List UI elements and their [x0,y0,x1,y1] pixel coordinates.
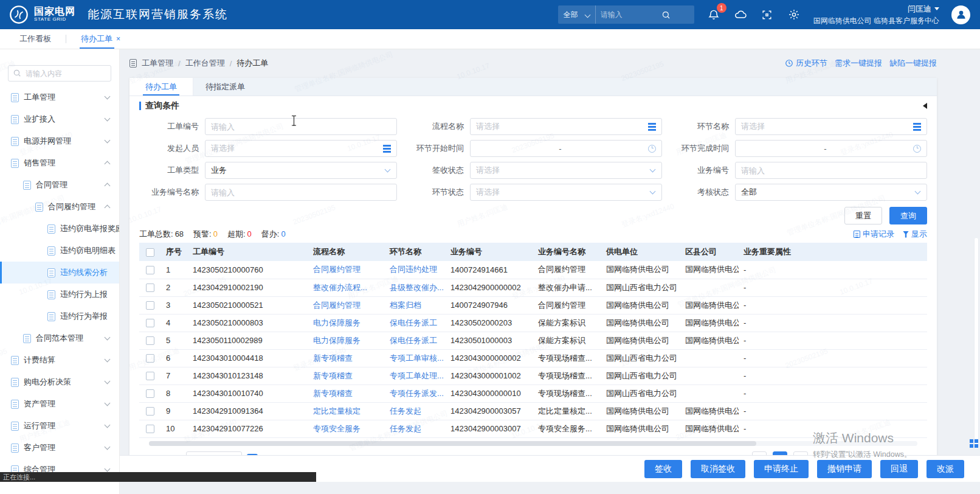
breadcrumb-item[interactable]: 工单管理 [142,58,173,69]
horizontal-scrollbar-thumb[interactable] [149,441,756,446]
order-type-select[interactable]: 业务 [205,162,397,179]
sidebar-item-违约线索分析[interactable]: 违约线索分析 [0,262,119,284]
notifications-bell-icon[interactable]: 1 [706,7,721,22]
assess-status-select[interactable]: 全部 [735,184,927,201]
biz-no-input[interactable] [735,162,927,179]
sign-button[interactable]: 签收 [644,460,682,478]
close-icon[interactable]: × [116,35,120,43]
cell-step-link[interactable]: 合同违约处理 [385,261,446,279]
global-search-input[interactable] [596,10,661,19]
order-no-input[interactable] [205,118,397,135]
cloud-icon[interactable] [733,7,748,22]
cell-process-link[interactable]: 电力保障服务 [308,314,385,332]
row-checkbox[interactable] [146,319,154,327]
vertical-scrollbar[interactable] [974,237,979,449]
sidebar-item-客户管理[interactable]: 客户管理 [0,437,119,459]
step-status-select[interactable]: 请选择 [470,184,662,201]
settings-gear-icon[interactable] [787,7,801,22]
tab-pending-dispatch[interactable]: 待指定派单 [193,78,257,96]
biz-name-input[interactable] [205,184,397,201]
sidebar-item-合同管理[interactable]: 合同管理 [0,174,119,196]
sidebar-item-合同范本管理[interactable]: 合同范本管理 [0,327,119,349]
cell-step-link[interactable]: 保电任务派工 [385,314,446,332]
sidebar-item-电源并网管理[interactable]: 电源并网管理 [0,130,119,152]
collapse-query-icon[interactable] [920,103,927,109]
cell-process-link[interactable]: 新专项稽查 [308,384,385,402]
cell-step-link[interactable]: 专项工单处理... [385,367,446,384]
sidebar-item-违约窃电明细表[interactable]: 违约窃电明细表 [0,240,119,262]
revoke-apply-button[interactable]: 撤销申请 [817,460,872,478]
cell-process-link[interactable]: 合同履约管理 [308,296,385,314]
reset-button[interactable]: 重置 [844,207,882,224]
row-checkbox[interactable] [146,284,154,292]
cell-step-link[interactable]: 专项任务派发... [385,384,446,402]
query-button[interactable]: 查询 [889,207,927,224]
sidebar-item-工单管理[interactable]: 工单管理 [0,86,119,108]
tab-work-board[interactable]: 工作看板 [17,29,53,49]
cancel-sign-button[interactable]: 取消签收 [691,460,745,478]
sidebar-item-购电分析决策[interactable]: 购电分析决策 [0,371,119,393]
defect-submit-link[interactable]: 缺陷一键提报 [889,58,937,69]
cell-step-link[interactable]: 档案归档 [385,296,446,314]
history-steps-link[interactable]: 历史环节 [785,58,827,69]
cell-step-link[interactable]: 任务发起 [385,402,446,420]
row-checkbox[interactable] [146,266,154,274]
sidebar-item-合同履约管理[interactable]: 合同履约管理 [0,196,119,218]
sign-status-select[interactable]: 请选择 [470,162,662,179]
cell-step-link[interactable]: 县级整改催办... [385,279,446,296]
apply-terminate-button[interactable]: 申请终止 [754,460,809,478]
reassign-button[interactable]: 改派 [927,460,964,478]
step-finish-time-range[interactable]: - [735,140,927,157]
sidebar-item-违约窃电举报奖励[interactable]: 违约窃电举报奖励 [0,218,119,240]
sidebar-item-销售管理[interactable]: 销售管理 [0,152,119,174]
cell-process-link[interactable]: 合同履约管理 [308,261,385,279]
row-checkbox[interactable] [146,354,154,363]
row-checkbox[interactable] [146,425,154,433]
search-scope-select[interactable]: 全部 [558,5,596,24]
order-no-input-field[interactable] [211,122,391,131]
display-filter-link[interactable]: 显示 [903,229,927,240]
cell-process-link[interactable]: 新专项稽查 [308,349,385,367]
row-checkbox[interactable] [146,389,154,398]
biz-no-input-field[interactable] [741,166,921,175]
row-checkbox[interactable] [146,301,154,310]
cell-step-link[interactable]: 保电任务派工 [385,332,446,349]
tab-pending-orders[interactable]: 待办工单 [129,78,193,96]
row-checkbox[interactable] [146,336,154,345]
list-picker-icon[interactable] [383,148,391,150]
cell-process-link[interactable]: 专项安全服务 [308,420,385,437]
row-checkbox[interactable] [146,407,154,416]
sidebar-search-input[interactable] [8,65,111,82]
cell-process-link[interactable]: 电力保障服务 [308,332,385,349]
cell-process-link[interactable]: 新专项稽查 [308,367,385,384]
process-name-picker[interactable]: 请选择 [470,118,662,135]
select-all-checkbox[interactable] [146,248,154,257]
apply-records-link[interactable]: 申请记录 [854,229,894,240]
sidebar-item-业扩接入[interactable]: 业扩接入 [0,108,119,130]
breadcrumb-item[interactable]: 工作台管理 [185,58,225,69]
avatar[interactable] [951,5,970,24]
rollback-button[interactable]: 回退 [880,460,918,478]
sidebar-item-计费结算[interactable]: 计费结算 [0,349,119,371]
sidebar-item-运行管理[interactable]: 运行管理 [0,415,119,437]
demand-submit-link[interactable]: 需求一键提报 [835,58,882,69]
search-icon[interactable] [661,10,671,19]
cell-step-link[interactable]: 专项工单审核... [385,349,446,367]
biz-name-input-field[interactable] [211,188,391,197]
row-checkbox[interactable] [146,372,154,380]
user-menu[interactable]: 闫匡迪 [813,3,939,15]
cell-process-link[interactable]: 定比定量核定 [308,402,385,420]
sidebar-item-资产管理[interactable]: 资产管理 [0,393,119,415]
fullscreen-icon[interactable] [760,7,775,22]
step-name-picker[interactable]: 请选择 [735,118,927,135]
sidebar-item-违约行为上报[interactable]: 违约行为上报 [0,284,119,305]
tab-todo-orders[interactable]: 待办工单 × [78,29,123,49]
list-picker-icon[interactable] [913,126,921,128]
list-picker-icon[interactable] [648,126,656,128]
cell-step-link[interactable]: 任务发起 [385,420,446,437]
floating-grid-icon[interactable] [970,439,978,448]
initiator-picker[interactable]: 请选择 [205,140,397,157]
step-start-time-range[interactable]: - [470,140,662,157]
sidebar-item-违约行为举报[interactable]: 违约行为举报 [0,305,119,327]
cell-process-link[interactable]: 整改催办流程... [308,279,385,296]
